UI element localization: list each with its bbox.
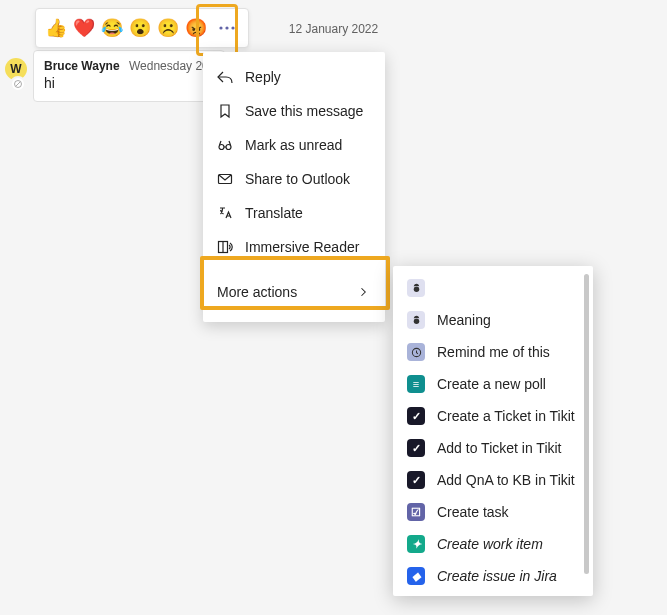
more-options-button[interactable] [212,13,242,43]
message-actions-menu: Reply Save this message Mark as unread S… [203,52,385,322]
translate-icon [217,205,233,221]
submenu-label: Create work item [437,536,543,552]
message-header: Bruce Wayne Wednesday 20 [44,59,214,73]
chevron-right-icon [355,284,371,300]
tikit-icon: ✓ [407,471,425,489]
menu-item-mark-unread[interactable]: Mark as unread [203,128,385,162]
clock-icon [407,343,425,361]
submenu-label: Remind me of this [437,344,550,360]
submenu-item-meaning[interactable]: Meaning [393,304,593,336]
submenu-label: Create task [437,504,509,520]
svg-point-5 [219,145,224,150]
svg-line-1 [16,82,20,86]
app-icon [407,279,425,297]
app-icon [407,311,425,329]
svg-point-4 [231,26,234,29]
menu-item-reply[interactable]: Reply [203,60,385,94]
reaction-sad-icon[interactable]: ☹️ [157,17,179,39]
bookmark-icon [217,103,233,119]
tikit-icon: ✓ [407,439,425,457]
reaction-heart-icon[interactable]: ❤️ [73,17,95,39]
submenu-item-poll[interactable]: ≡ Create a new poll [393,368,593,400]
submenu-item-remind[interactable]: Remind me of this [393,336,593,368]
submenu-label: Create a Ticket in Tikit [437,408,575,424]
azure-devops-icon: ✦ [407,535,425,553]
submenu-label: Add to Ticket in Tikit [437,440,562,456]
submenu-label: Create a new poll [437,376,546,392]
submenu-item-jira[interactable]: ◆ Create issue in Jira [393,560,593,592]
reaction-angry-icon[interactable]: 😡 [185,17,207,39]
menu-item-save[interactable]: Save this message [203,94,385,128]
ellipsis-icon [219,20,235,36]
submenu-item-work-item[interactable]: ✦ Create work item [393,528,593,560]
submenu-label: Meaning [437,312,491,328]
chat-message[interactable]: Bruce Wayne Wednesday 20 hi [33,50,225,102]
immersive-reader-icon [217,239,233,255]
menu-label: Share to Outlook [245,171,350,187]
menu-item-immersive-reader[interactable]: Immersive Reader [203,230,385,264]
tasks-icon: ☑ [407,503,425,521]
message-timestamp: Wednesday 20 [129,59,209,73]
menu-item-translate[interactable]: Translate [203,196,385,230]
svg-point-3 [225,26,228,29]
submenu-item-app-blank[interactable] [393,272,593,304]
poll-icon: ≡ [407,375,425,393]
svg-point-2 [219,26,222,29]
message-body: hi [44,75,214,91]
tikit-icon: ✓ [407,407,425,425]
reaction-like-icon[interactable]: 👍 [45,17,67,39]
menu-label: Save this message [245,103,363,119]
reply-icon [217,69,233,85]
menu-label: Reply [245,69,281,85]
menu-label: Translate [245,205,303,221]
submenu-item-ticket-create[interactable]: ✓ Create a Ticket in Tikit [393,400,593,432]
more-actions-submenu: Meaning Remind me of this ≡ Create a new… [393,266,593,596]
menu-item-more-actions[interactable]: More actions [203,270,385,314]
submenu-item-create-task[interactable]: ☑ Create task [393,496,593,528]
message-author: Bruce Wayne [44,59,120,73]
submenu-scrollbar[interactable] [584,274,589,574]
submenu-item-qna[interactable]: ✓ Add QnA to KB in Tikit [393,464,593,496]
menu-label: Mark as unread [245,137,342,153]
submenu-item-ticket-add[interactable]: ✓ Add to Ticket in Tikit [393,432,593,464]
reaction-laugh-icon[interactable]: 😂 [101,17,123,39]
glasses-icon [217,137,233,153]
menu-label: Immersive Reader [245,239,359,255]
svg-point-9 [413,286,419,292]
jira-icon: ◆ [407,567,425,585]
svg-point-10 [413,318,419,324]
reaction-surprised-icon[interactable]: 😮 [129,17,151,39]
submenu-label: Add QnA to KB in Tikit [437,472,575,488]
presence-badge [10,76,26,92]
mail-icon [217,171,233,187]
reaction-bar: 👍 ❤️ 😂 😮 ☹️ 😡 [35,8,249,48]
menu-label: More actions [217,284,297,300]
svg-point-6 [226,145,231,150]
menu-item-share-outlook[interactable]: Share to Outlook [203,162,385,196]
submenu-label: Create issue in Jira [437,568,557,584]
